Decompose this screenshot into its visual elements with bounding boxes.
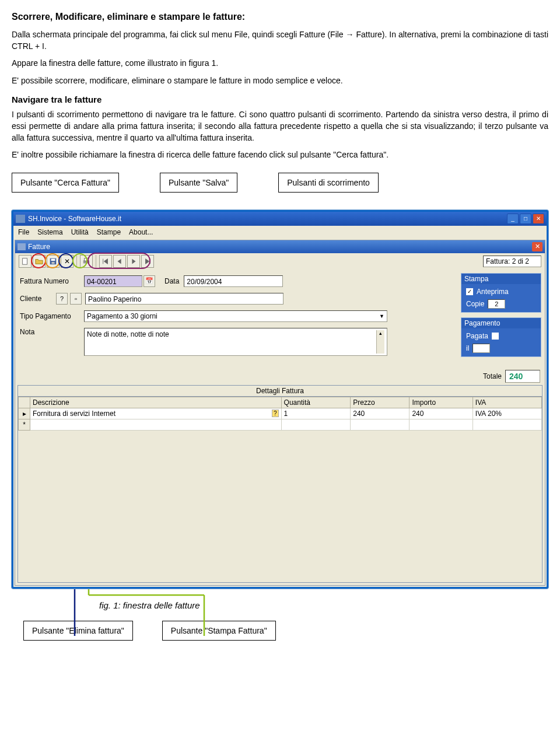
annotation-scorrimento: Pulsanti di scorrimento — [278, 173, 379, 193]
fatture-title: Fatture — [28, 243, 50, 251]
new-button[interactable] — [19, 255, 32, 268]
svg-rect-14 — [51, 258, 55, 261]
cliente-help-icon[interactable]: ? — [56, 293, 68, 305]
pagamento-group: Pagamento Pagata il — [461, 317, 541, 357]
nota-value: Note di notte, notte di note — [87, 330, 169, 354]
table-row[interactable]: ▸ Fornitura di servizi Internet? 1 240 2… — [19, 408, 542, 419]
stampa-group: Stampa ✓Anteprima Copie — [461, 273, 541, 313]
save-button[interactable] — [47, 255, 60, 268]
col-quantita: Quantità — [281, 397, 351, 408]
menu-sistema[interactable]: Sistema — [37, 228, 62, 236]
nota-field[interactable]: Note di notte, notte di note ▴ — [84, 328, 387, 356]
data-field[interactable]: 20/09/2004 — [184, 275, 283, 287]
fatture-close-button[interactable]: ✕ — [532, 242, 542, 251]
data-label: Data — [164, 277, 179, 285]
il-label: il — [466, 344, 469, 352]
svg-rect-15 — [51, 262, 54, 264]
fatture-window: Fatture ✕ ✕ Fattura: 2 di 2 F — [15, 240, 545, 586]
app-window: SH.Invoice - SoftwareHouse.it _ □ ✕ File… — [12, 210, 548, 589]
menu-file[interactable]: File — [18, 228, 29, 236]
window-title: SH.Invoice - SoftwareHouse.it — [28, 215, 121, 223]
titlebar: SH.Invoice - SoftwareHouse.it _ □ ✕ — [13, 212, 547, 226]
annotation-elimina: Pulsante "Elimina fattura" — [23, 621, 133, 641]
col-importo: Importo — [410, 397, 473, 408]
tipo-pagamento-label: Tipo Pagamento — [20, 312, 84, 320]
menu-stampe[interactable]: Stampe — [97, 228, 121, 236]
paragraph: I pulsanti di scorrimento permettono di … — [12, 109, 548, 144]
date-picker-icon[interactable]: 📅 — [144, 275, 155, 287]
col-prezzo: Prezzo — [351, 397, 410, 408]
toolbar: ✕ Fattura: 2 di 2 — [15, 253, 545, 270]
record-counter: Fattura: 2 di 2 — [483, 256, 541, 267]
menu-about[interactable]: About... — [129, 228, 153, 236]
copie-label: Copie — [466, 300, 484, 308]
minimize-button[interactable]: _ — [507, 214, 519, 224]
nav-first-button[interactable] — [99, 255, 112, 268]
stampa-group-title: Stampa — [461, 274, 541, 284]
figure-caption: fig. 1: finestra delle fatture — [99, 600, 548, 610]
paragraph: Dalla schermata principale del programma… — [12, 29, 548, 52]
menu-utilita[interactable]: Utilità — [71, 228, 89, 236]
delete-button[interactable]: ✕ — [61, 255, 74, 268]
tipo-pagamento-select[interactable]: Pagamento a 30 giorni ▼ — [84, 310, 387, 322]
paragraph: Appare la finestra delle fatture, come i… — [12, 58, 548, 69]
col-iva: IVA — [473, 397, 541, 408]
tipo-pagamento-value: Pagamento a 30 giorni — [87, 312, 158, 320]
cliente-field[interactable]: Paolino Paperino — [85, 293, 284, 305]
section-heading: Navigare tra le fatture — [12, 95, 548, 104]
annotation-salva: Pulsante "Salva" — [160, 173, 237, 193]
maximize-button[interactable]: □ — [520, 214, 531, 224]
paragraph: E' possibile scorrere, modificare, elimi… — [12, 75, 548, 87]
svg-rect-17 — [85, 258, 89, 261]
cliente-label: Cliente — [20, 295, 55, 303]
page-heading: Scorrere, Modificare, eliminare e stampa… — [12, 12, 548, 22]
totale-value: 240 — [505, 370, 540, 383]
cliente-new-icon[interactable]: ▫ — [70, 293, 82, 305]
table-row-new[interactable]: * — [19, 419, 542, 430]
nav-last-button[interactable] — [141, 255, 154, 268]
grid-title: Dettagli Fattura — [18, 386, 542, 397]
pagata-data-field[interactable] — [473, 344, 490, 353]
pagata-checkbox[interactable]: Pagata — [466, 332, 536, 340]
row-help-icon[interactable]: ? — [272, 410, 279, 417]
grid-header-row: Descrizione Quantità Prezzo Importo IVA — [19, 397, 542, 408]
annotation-stampa: Pulsante "Stampa Fattura" — [162, 621, 276, 641]
nav-prev-button[interactable] — [113, 255, 126, 268]
close-button[interactable]: ✕ — [533, 214, 544, 224]
annotation-cerca-fattura: Pulsante "Cerca Fattura" — [12, 173, 119, 193]
scrollbar[interactable]: ▴ — [376, 330, 384, 354]
open-button[interactable] — [33, 255, 46, 268]
fattura-numero-field[interactable]: 04-00201 — [84, 275, 142, 287]
svg-rect-12 — [23, 258, 27, 265]
fattura-numero-label: Fattura Numero — [20, 277, 84, 285]
paragraph: E' inoltre possibile richiamare la fines… — [12, 149, 548, 161]
print-button[interactable] — [80, 255, 93, 268]
totale-label: Totale — [483, 372, 502, 380]
nota-label: Nota — [20, 328, 84, 336]
chevron-down-icon: ▼ — [379, 313, 384, 319]
fatture-icon — [18, 243, 26, 250]
col-descrizione: Descrizione — [30, 397, 282, 408]
menubar: File Sistema Utilità Stampe About... — [13, 226, 547, 239]
nav-next-button[interactable] — [127, 255, 140, 268]
copie-field[interactable] — [488, 299, 505, 309]
pagamento-group-title: Pagamento — [461, 318, 541, 328]
anteprima-checkbox[interactable]: ✓Anteprima — [466, 288, 536, 296]
dettagli-grid: Dettagli Fattura Descrizione Quantità Pr… — [18, 385, 542, 583]
app-icon — [16, 215, 25, 223]
